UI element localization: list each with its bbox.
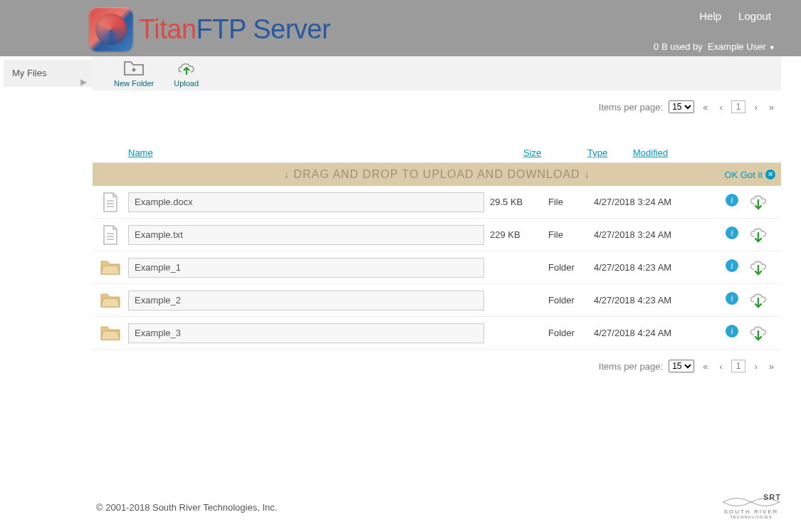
brand-ftpserver: FTP Server <box>197 14 331 44</box>
usage-text: 0 B used by <box>654 41 703 52</box>
new-folder-label: New Folder <box>114 79 154 88</box>
sort-type[interactable]: Type <box>587 147 607 158</box>
dismiss-label: OK Got it <box>725 169 763 180</box>
pager-current: 1 <box>731 100 746 113</box>
filename-input[interactable] <box>128 291 484 311</box>
filename-input[interactable] <box>128 192 484 212</box>
folder-icon <box>93 259 128 277</box>
type-cell: Folder <box>548 295 594 306</box>
download-icon[interactable] <box>748 259 768 276</box>
filename-input[interactable] <box>128 258 484 278</box>
logout-link[interactable]: Logout <box>738 10 771 22</box>
header-status: 0 B used by Example User ▼ <box>654 41 775 52</box>
pager-prev[interactable]: ‹ <box>716 102 725 113</box>
table-row: 29.5 KBFile4/27/2018 3:24 AMi <box>93 186 781 219</box>
modified-cell: 4/27/2018 3:24 AM <box>594 197 693 207</box>
per-page-select[interactable]: 15 <box>669 360 694 372</box>
modified-cell: 4/27/2018 4:23 AM <box>594 295 693 306</box>
sidebar-label: My Files <box>12 68 46 78</box>
table-row: Folder4/27/2018 4:23 AMi <box>93 251 781 284</box>
header-bar: TitanFTP Server Help Logout 0 B used by … <box>0 0 801 56</box>
type-cell: File <box>548 197 594 207</box>
dismiss-banner-button[interactable]: OK Got it ✕ <box>725 169 775 180</box>
close-icon: ✕ <box>765 169 775 179</box>
per-page-select[interactable]: 15 <box>669 100 694 113</box>
pager-next[interactable]: › <box>751 102 760 113</box>
table-header: Name Size Type Modified <box>93 143 781 163</box>
type-cell: Folder <box>548 328 594 338</box>
info-icon[interactable]: i <box>726 259 738 272</box>
pager-current: 1 <box>731 360 746 372</box>
size-cell: 229 KB <box>484 229 548 240</box>
folder-icon <box>93 324 128 343</box>
brand-titan: Titan <box>139 14 197 44</box>
table-row: Folder4/27/2018 4:23 AMi <box>93 284 781 317</box>
brand-logo: TitanFTP Server <box>89 7 330 51</box>
modified-cell: 4/27/2018 4:24 AM <box>594 328 693 338</box>
folder-icon <box>93 291 128 310</box>
sidebar-tab-myfiles[interactable]: My Files ▶ <box>4 60 93 87</box>
dnd-banner: ↓ DRAG AND DROP TO UPLOAD AND DOWNLOAD ↓… <box>93 163 781 186</box>
size-cell: 29.5 KB <box>484 197 548 207</box>
pager-label: Items per page: <box>599 102 663 113</box>
filename-input[interactable] <box>128 323 484 343</box>
caret-down-icon: ▼ <box>768 44 775 51</box>
pager-last[interactable]: » <box>766 102 777 113</box>
pager-label: Items per page: <box>599 361 663 372</box>
brand-text: TitanFTP Server <box>139 14 330 45</box>
dnd-banner-text: ↓ DRAG AND DROP TO UPLOAD AND DOWNLOAD ↓ <box>93 168 781 181</box>
modified-cell: 4/27/2018 3:24 AM <box>594 229 693 240</box>
filename-input[interactable] <box>128 225 484 245</box>
brand-swirl-icon <box>89 7 133 51</box>
sort-size[interactable]: Size <box>523 147 541 158</box>
pager-top: Items per page: 15 « ‹ 1 › » <box>93 90 781 123</box>
upload-label: Upload <box>174 79 199 88</box>
chevron-right-icon: ▶ <box>80 68 87 95</box>
download-icon[interactable] <box>748 194 768 211</box>
download-icon[interactable] <box>748 325 768 342</box>
upload-button[interactable]: Upload <box>174 59 199 88</box>
toolbar: New Folder Upload <box>93 56 781 90</box>
pager-last[interactable]: » <box>766 361 777 372</box>
download-icon[interactable] <box>748 292 768 309</box>
sort-modified[interactable]: Modified <box>633 147 668 158</box>
info-icon[interactable]: i <box>726 194 738 207</box>
info-icon[interactable]: i <box>726 325 738 338</box>
modified-cell: 4/27/2018 4:23 AM <box>594 262 693 273</box>
pager-bottom: Items per page: 15 « ‹ 1 › » <box>93 350 781 382</box>
help-link[interactable]: Help <box>699 10 721 22</box>
new-folder-button[interactable]: New Folder <box>114 59 154 88</box>
table-row: 229 KBFile4/27/2018 3:24 AMi <box>93 219 781 251</box>
type-cell: File <box>548 229 594 240</box>
download-icon[interactable] <box>748 226 768 244</box>
pager-first[interactable]: « <box>700 361 711 372</box>
folder-plus-icon <box>114 59 154 78</box>
file-icon <box>93 224 128 246</box>
cloud-upload-icon <box>174 59 199 78</box>
sort-name[interactable]: Name <box>128 147 153 158</box>
type-cell: Folder <box>548 262 594 273</box>
pager-prev[interactable]: ‹ <box>716 361 725 372</box>
file-icon <box>93 192 128 213</box>
info-icon[interactable]: i <box>726 292 738 305</box>
user-menu[interactable]: Example User ▼ <box>708 41 775 52</box>
pager-next[interactable]: › <box>751 361 760 372</box>
table-row: Folder4/27/2018 4:24 AMi <box>93 317 781 350</box>
info-icon[interactable]: i <box>726 226 738 239</box>
pager-first[interactable]: « <box>700 102 711 113</box>
